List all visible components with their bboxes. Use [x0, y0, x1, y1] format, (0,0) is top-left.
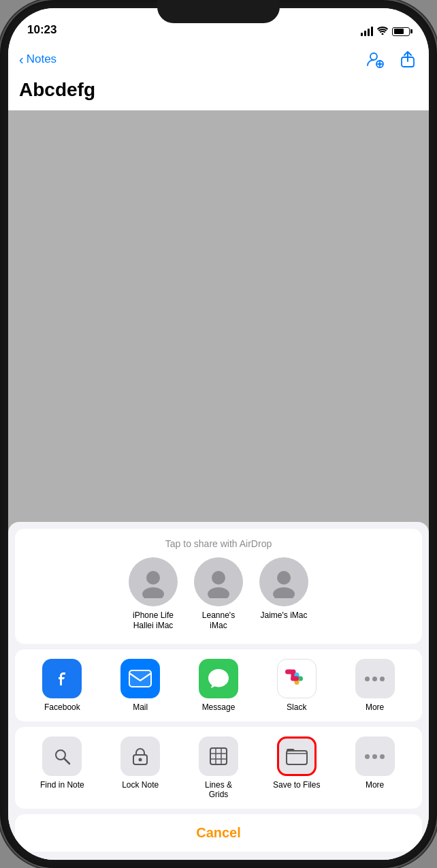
svg-rect-19	[291, 677, 299, 681]
contact-avatar-1	[129, 557, 178, 606]
battery-icon	[392, 27, 410, 36]
app-item-message[interactable]: Message	[195, 659, 242, 712]
action-label-save: Save to Files	[273, 780, 320, 790]
lines-grids-icon	[199, 737, 238, 776]
app-label-facebook: Facebook	[44, 702, 80, 712]
notch	[157, 0, 280, 23]
action-find-in-note[interactable]: Find in Note	[38, 737, 86, 799]
status-time: 10:23	[27, 23, 56, 37]
action-more[interactable]: More	[351, 737, 399, 799]
app-label-slack: Slack	[287, 702, 306, 712]
actions-section: Find in Note Lock Note	[15, 727, 422, 809]
more-icon	[355, 659, 395, 698]
add-person-button[interactable]	[365, 49, 385, 69]
phone-frame: 10:23	[0, 0, 437, 868]
nav-actions	[365, 49, 418, 69]
action-lines-grids[interactable]: Lines & Grids	[195, 737, 242, 799]
find-in-note-icon	[42, 737, 82, 776]
svg-point-9	[277, 571, 291, 585]
airdrop-contacts: iPhone LifeHallei iMac Leanne'siMac	[15, 557, 422, 637]
app-item-more[interactable]: More	[351, 659, 399, 712]
wifi-icon	[377, 26, 388, 37]
facebook-icon	[42, 659, 82, 698]
airdrop-contact-2[interactable]: Leanne'siMac	[194, 557, 243, 632]
svg-point-5	[146, 571, 160, 585]
back-chevron-icon: ‹	[19, 52, 24, 67]
airdrop-contact-1[interactable]: iPhone LifeHallei iMac	[129, 557, 178, 632]
svg-point-23	[139, 758, 142, 762]
more-actions-icon	[355, 737, 395, 776]
back-button[interactable]: ‹ Notes	[19, 52, 56, 67]
contact-avatar-3	[259, 557, 308, 606]
action-label-lock: Lock Note	[122, 780, 159, 790]
svg-point-6	[142, 587, 164, 598]
app-content: ‹ Notes	[8, 42, 429, 860]
three-dots-icon	[365, 677, 385, 681]
svg-line-21	[65, 759, 70, 764]
contact-avatar-2	[194, 557, 243, 606]
cancel-button[interactable]: Cancel	[15, 814, 422, 852]
app-label-more: More	[366, 702, 384, 712]
app-item-slack[interactable]: Slack	[273, 659, 321, 712]
app-item-mail[interactable]: Mail	[116, 659, 164, 712]
app-label-message: Message	[202, 702, 236, 712]
back-label: Notes	[27, 52, 56, 66]
message-icon	[199, 659, 238, 698]
action-save-to-files[interactable]: Save to Files	[273, 737, 321, 799]
actions-row: Find in Note Lock Note	[15, 737, 422, 799]
action-label-more: More	[366, 780, 384, 790]
screen: 10:23	[8, 8, 429, 860]
app-icons-row: Facebook Mail	[15, 659, 422, 712]
contact-name-1: iPhone LifeHallei iMac	[133, 610, 174, 632]
svg-point-0	[370, 53, 377, 60]
airdrop-contact-3[interactable]: Jaime's iMac	[259, 557, 308, 632]
svg-point-10	[273, 587, 295, 598]
lock-note-icon	[120, 737, 160, 776]
svg-rect-11	[129, 670, 151, 687]
save-to-files-icon	[277, 737, 317, 776]
signal-bars-icon	[361, 27, 373, 36]
svg-point-7	[212, 571, 225, 585]
svg-rect-29	[287, 751, 307, 764]
app-item-facebook[interactable]: Facebook	[38, 659, 86, 712]
nav-bar: ‹ Notes	[8, 42, 429, 76]
share-sheet: Tap to share with AirDrop iPhone LifeHal…	[8, 522, 429, 860]
three-dots-2-icon	[365, 754, 385, 759]
mail-icon	[120, 659, 160, 698]
app-label-mail: Mail	[133, 702, 148, 712]
status-icons	[361, 26, 410, 37]
contact-name-2: Leanne'siMac	[202, 610, 235, 632]
slack-icon	[277, 659, 317, 698]
action-lock-note[interactable]: Lock Note	[116, 737, 164, 799]
action-label-lines: Lines & Grids	[195, 780, 242, 799]
svg-point-8	[208, 587, 229, 598]
airdrop-section: Tap to share with AirDrop iPhone LifeHal…	[15, 529, 422, 644]
action-label-find: Find in Note	[40, 780, 84, 790]
svg-rect-15	[285, 670, 293, 675]
cancel-section: Cancel	[15, 814, 422, 852]
app-share-section: Facebook Mail	[15, 649, 422, 722]
share-button[interactable]	[398, 49, 418, 69]
svg-rect-24	[210, 748, 227, 764]
airdrop-title: Tap to share with AirDrop	[15, 536, 422, 557]
contact-name-3: Jaime's iMac	[261, 610, 308, 621]
note-title: Abcdefg	[8, 76, 429, 112]
